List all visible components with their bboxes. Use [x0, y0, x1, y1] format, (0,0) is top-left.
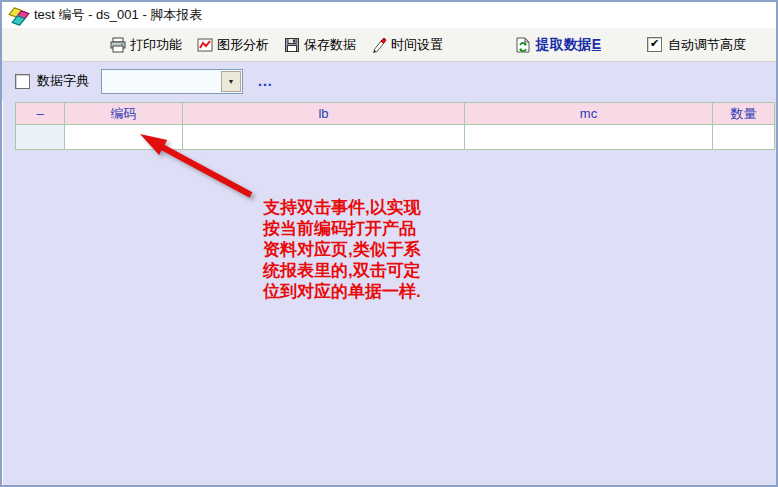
- window-title: test 编号 - ds_001 - 脚本报表: [34, 6, 202, 24]
- annotation-text: 支持双击事件,以实现 按当前编码打开产品 资料对应页,类似于系 统报表里的,双击…: [263, 197, 421, 302]
- printer-icon: [110, 37, 126, 53]
- auto-height-checkbox[interactable]: [647, 37, 662, 52]
- empty-cell: [465, 125, 713, 150]
- time-settings-button[interactable]: 时间设置: [371, 36, 443, 54]
- chart-icon: [197, 37, 213, 53]
- dictionary-bar: 数据字典 ▼ ...: [2, 62, 776, 100]
- report-table-body: [16, 125, 775, 150]
- extract-data-label: 提取数据: [536, 36, 592, 52]
- empty-cell: [713, 125, 775, 150]
- table-header-row: – 编码 lb mc 数量: [16, 103, 775, 125]
- auto-height-toggle[interactable]: 自动调节高度: [647, 36, 746, 54]
- save-data-label: 保存数据: [304, 36, 356, 54]
- save-data-button[interactable]: 保存数据: [284, 36, 356, 54]
- annotation-arrow-icon: [132, 128, 262, 206]
- extract-hotkey: E: [592, 36, 601, 52]
- time-settings-label: 时间设置: [391, 36, 443, 54]
- print-button[interactable]: 打印功能: [110, 36, 182, 54]
- auto-height-label: 自动调节高度: [668, 36, 746, 54]
- dropdown-arrow-icon[interactable]: ▼: [221, 71, 241, 92]
- column-header-code[interactable]: 编码: [65, 103, 183, 125]
- extract-data-button[interactable]: 提取数据E: [515, 36, 601, 54]
- chart-analysis-button[interactable]: 图形分析: [197, 36, 269, 54]
- column-header-lb[interactable]: lb: [183, 103, 465, 125]
- extract-data-icon: [515, 37, 531, 53]
- chart-analysis-label: 图形分析: [217, 36, 269, 54]
- dictionary-combobox[interactable]: ▼: [101, 69, 243, 94]
- main-toolbar: 打印功能 图形分析 保存数据: [2, 28, 776, 62]
- dictionary-checkbox[interactable]: [15, 74, 30, 89]
- column-header-index[interactable]: –: [16, 103, 65, 125]
- more-options-button[interactable]: ...: [258, 73, 273, 89]
- report-diamonds-icon: [10, 7, 28, 24]
- dictionary-label: 数据字典: [37, 72, 89, 90]
- title-bar: test 编号 - ds_001 - 脚本报表: [2, 2, 776, 28]
- report-window: test 编号 - ds_001 - 脚本报表 打印功能 图形分析: [0, 0, 778, 487]
- column-header-mc[interactable]: mc: [465, 103, 713, 125]
- empty-cell: [16, 125, 65, 150]
- report-grid: – 编码 lb mc 数量: [15, 102, 775, 150]
- column-header-qty[interactable]: 数量: [713, 103, 775, 125]
- save-icon: [284, 37, 300, 53]
- time-pen-icon: [371, 37, 387, 53]
- print-button-label: 打印功能: [130, 36, 182, 54]
- table-row-empty: [16, 125, 775, 150]
